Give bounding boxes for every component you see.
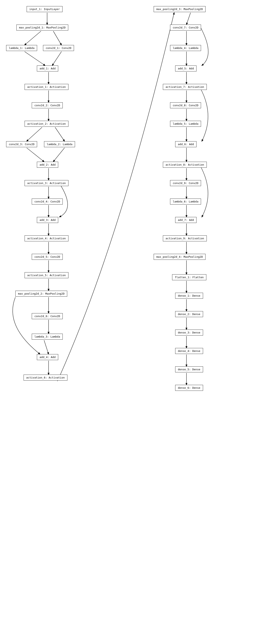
node-dense-4: dense_4: Dense <box>175 348 203 354</box>
node-dense-6: dense_6: Dense <box>175 385 203 391</box>
node-conv2d-3: conv2d_3: Conv2D <box>6 141 37 147</box>
node-conv2d-1: conv2d_1: Conv2D <box>43 45 74 51</box>
svg-line-1 <box>25 31 41 45</box>
diagram-container: input_1: InputLayer max_pooling2d_1: Max… <box>0 0 276 644</box>
node-activation-9: activation_9: Activation <box>163 236 207 241</box>
node-lambda-3: lambda_3: Lambda <box>32 334 63 340</box>
node-activation-3: activation_3: Activation <box>25 180 68 186</box>
svg-line-11 <box>53 148 65 162</box>
node-dense-3: dense_3: Dense <box>175 330 203 336</box>
node-activation-1: activation_1: Activation <box>25 84 68 90</box>
node-dense-5: dense_5: Dense <box>175 366 203 372</box>
svg-line-21 <box>44 340 49 354</box>
svg-line-23 <box>186 13 191 24</box>
node-activation-2: activation_2: Activation <box>25 121 68 127</box>
svg-line-2 <box>53 31 62 45</box>
node-lambda-4: lambda_4: Lambda <box>170 45 201 51</box>
node-conv2d-9: conv2d_9: Conv2D <box>170 180 201 186</box>
node-dense-2: dense_2: Dense <box>175 311 203 317</box>
node-lambda-2: lambda_2: Lambda <box>44 141 75 147</box>
svg-line-4 <box>52 52 62 66</box>
node-activation-4: activation_4: Activation <box>25 236 68 241</box>
node-max-pooling2d-3: max_pooling2d_3: MaxPooling2D <box>154 6 205 12</box>
node-conv2d-6: conv2d_6: Conv2D <box>32 313 63 319</box>
node-conv2d-7: conv2d_7: Conv2D <box>170 24 201 30</box>
connections-svg <box>0 0 276 644</box>
node-lambda-5: lambda_5: Lambda <box>170 121 201 127</box>
node-lambda-6: lambda_6: Lambda <box>170 198 201 204</box>
node-lambda-1: lambda_1: Lambda <box>6 45 37 51</box>
node-conv2d-5: conv2d_5: Conv2D <box>32 254 63 260</box>
node-activation-7: activation_7: Activation <box>163 84 207 90</box>
node-activation-8: activation_8: Activation <box>163 162 207 168</box>
node-max-pooling2d-4: max_pooling2d_4: MaxPooling2D <box>154 254 205 260</box>
node-dense-1: dense_1: Dense <box>175 293 203 299</box>
node-add-3: add_3: Add <box>37 217 58 223</box>
node-conv2d-8: conv2d_8: Conv2D <box>170 102 201 108</box>
svg-line-9 <box>55 127 65 141</box>
node-add-6: add_6: Add <box>175 141 196 147</box>
node-add-1: add_1: Add <box>37 66 58 72</box>
node-max-pooling2d-1: max_pooling2d_1: MaxPooling2D <box>17 24 68 30</box>
node-add-7: add_7: Add <box>175 217 196 223</box>
svg-line-3 <box>25 52 45 66</box>
node-conv2d-4: conv2d_4: Conv2D <box>32 198 63 204</box>
node-add-5: add_5: Add <box>175 66 196 72</box>
node-input-1: input_1: InputLayer <box>27 6 63 12</box>
node-add-4: add_4: Add <box>37 354 58 360</box>
node-activation-6: activation_6: Activation <box>24 374 67 380</box>
node-add-2: add_2: Add <box>37 162 58 168</box>
node-max-pooling2d-2: max_pooling2d_2: MaxPooling2D <box>15 291 67 296</box>
node-conv2d-2: conv2d_2: Conv2D <box>32 102 63 108</box>
node-activation-5: activation_5: Activation <box>25 272 68 278</box>
svg-line-10 <box>27 148 44 162</box>
node-flatten-1: flatten_1: Flatten <box>172 274 206 280</box>
svg-line-8 <box>27 127 42 141</box>
